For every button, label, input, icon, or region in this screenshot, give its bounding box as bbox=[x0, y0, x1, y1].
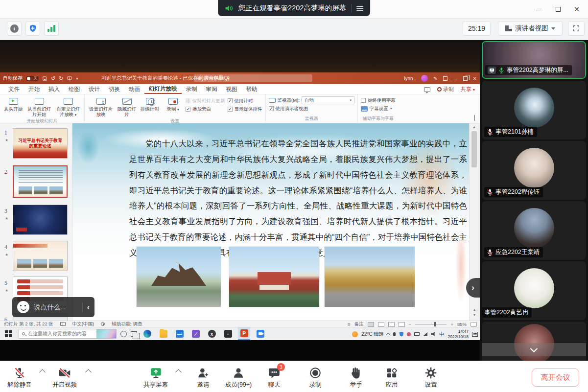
chat-input-placeholder[interactable]: 说点什么... bbox=[34, 303, 78, 312]
taskbar-app-purple[interactable]: ∕ bbox=[189, 327, 202, 340]
raise-hand-button[interactable]: 举手 bbox=[336, 366, 376, 389]
qat-more-icon[interactable]: ▾ bbox=[76, 76, 78, 81]
menu-animations[interactable]: 动画 bbox=[124, 85, 144, 94]
menu-design[interactable]: 设计 bbox=[84, 85, 104, 94]
close-button[interactable]: ✕ bbox=[570, 3, 583, 16]
action-center-icon[interactable] bbox=[472, 332, 478, 337]
autosave-toggle[interactable]: 关 bbox=[26, 76, 39, 81]
scrollbar-thumb[interactable] bbox=[471, 131, 477, 167]
menu-draw[interactable]: 绘图 bbox=[64, 85, 84, 94]
slideshow-view-button[interactable] bbox=[399, 322, 405, 327]
apps-button[interactable]: 应用 bbox=[372, 366, 411, 389]
from-current-slide-button[interactable]: 从当前幻灯片开始 bbox=[26, 96, 52, 117]
menu-view[interactable]: 视图 bbox=[222, 85, 242, 94]
banner-menu-icon[interactable] bbox=[356, 5, 363, 12]
tray-shield-icon[interactable] bbox=[399, 332, 403, 337]
members-button[interactable]: 成员(99+) bbox=[219, 366, 258, 389]
menu-transitions[interactable]: 切换 bbox=[104, 85, 124, 94]
presenter-view-checkbox[interactable]: 使用演示者视图 bbox=[269, 106, 354, 112]
menu-home[interactable]: 开始 bbox=[24, 85, 44, 94]
ppt-share-button[interactable]: 共享 ▾ bbox=[461, 86, 475, 93]
taskbar-search[interactable]: 在这里输入你要搜索的内容 bbox=[19, 329, 117, 339]
invite-button[interactable]: 邀请 bbox=[184, 366, 223, 389]
setup-slideshow-button[interactable]: 设置幻灯片放映 bbox=[88, 96, 114, 117]
ppt-close-icon[interactable]: ✕ bbox=[473, 76, 477, 81]
menu-record[interactable]: 录制 bbox=[182, 85, 202, 94]
always-use-subtitles-checkbox[interactable]: 始终使用字幕 bbox=[361, 97, 396, 103]
scroll-down-button[interactable] bbox=[482, 343, 586, 356]
unmute-button[interactable]: 解除静音 bbox=[0, 366, 39, 389]
participant-tile[interactable]: 应急2202王棠靖 bbox=[482, 201, 586, 260]
chat-button[interactable]: 3 聊天 bbox=[255, 366, 294, 389]
collapse-chat-icon[interactable]: ‹ bbox=[87, 303, 90, 312]
record-slideshow-button[interactable]: 录制 ▾ bbox=[163, 96, 183, 112]
weather-label[interactable]: 22°C 晴朗 bbox=[361, 331, 383, 338]
zoom-in-button[interactable]: + bbox=[450, 322, 453, 327]
participant-tile[interactable]: 事管2202黄艺冉 bbox=[482, 261, 586, 320]
zoom-slider[interactable] bbox=[415, 324, 447, 325]
zoom-out-button[interactable]: − bbox=[409, 322, 412, 327]
network-quality-button[interactable] bbox=[44, 21, 59, 36]
ppt-minimize-icon[interactable]: — bbox=[453, 76, 458, 81]
task-view-button[interactable] bbox=[131, 331, 137, 337]
participant-tile[interactable]: 事管2202高梦琳的屏... bbox=[482, 41, 586, 79]
video-options-expander[interactable] bbox=[85, 369, 92, 375]
pen-icon[interactable]: ✎ bbox=[433, 76, 437, 81]
emoji-icon[interactable] bbox=[17, 301, 29, 313]
leave-meeting-button[interactable]: 离开会议 bbox=[532, 369, 579, 387]
tray-mic-icon[interactable] bbox=[393, 332, 396, 336]
fullscreen-button[interactable] bbox=[568, 21, 585, 36]
tray-network-icon[interactable] bbox=[423, 332, 427, 336]
menu-insert[interactable]: 插入 bbox=[44, 85, 64, 94]
ppt-record-button[interactable]: 录制 bbox=[437, 86, 454, 93]
slide-thumbnail-4[interactable] bbox=[13, 241, 68, 271]
tray-app-icon[interactable] bbox=[407, 332, 411, 336]
start-video-button[interactable]: 开启视频 bbox=[45, 366, 84, 389]
slide-thumbnail-2-selected[interactable] bbox=[13, 165, 68, 198]
menu-review[interactable]: 审阅 bbox=[202, 85, 222, 94]
rehearse-timings-button[interactable]: 排练计时 bbox=[140, 96, 160, 112]
redo-icon[interactable]: ↻ bbox=[59, 75, 63, 82]
ppt-search-box[interactable]: 搜索(Alt+Q) bbox=[194, 74, 312, 82]
account-avatar[interactable] bbox=[421, 75, 428, 82]
ppt-restore-icon[interactable] bbox=[463, 76, 468, 81]
collapse-ribbon-button[interactable] bbox=[474, 115, 475, 121]
zoom-level[interactable]: 85% bbox=[457, 322, 467, 327]
custom-slideshow-button[interactable]: 自定义幻灯片放映 ▾ bbox=[55, 96, 81, 117]
tray-expand-icon[interactable] bbox=[386, 333, 390, 337]
mic-options-expander[interactable] bbox=[39, 369, 46, 375]
share-screen-button[interactable]: 共享屏幕 bbox=[136, 366, 175, 389]
participant-tile[interactable]: 事管2101孙楠 bbox=[482, 81, 586, 139]
taskbar-app-meeting[interactable] bbox=[254, 327, 266, 340]
tray-keyboard-icon[interactable] bbox=[414, 332, 420, 336]
settings-button[interactable]: 设置 bbox=[411, 366, 450, 389]
language-label[interactable]: 中文(中国) bbox=[72, 321, 94, 327]
account-name[interactable]: lynn . bbox=[404, 76, 416, 81]
ribbon-display-icon[interactable] bbox=[443, 76, 447, 81]
menu-file[interactable]: 文件 bbox=[4, 85, 24, 94]
reading-view-button[interactable] bbox=[388, 322, 395, 327]
show-media-controls-checkbox[interactable]: 显示媒体控件 bbox=[228, 106, 262, 112]
slide-thumbnail-1[interactable]: 习近平总书记关于教育的重要论述 bbox=[13, 128, 68, 159]
share-options-expander[interactable] bbox=[175, 369, 182, 375]
start-button[interactable] bbox=[5, 330, 12, 337]
chat-quick-input[interactable]: 说点什么... ‹ bbox=[12, 297, 94, 317]
minimize-button[interactable]: — bbox=[533, 3, 546, 16]
menu-slideshow[interactable]: 幻灯片放映 bbox=[144, 84, 182, 94]
tray-volume-icon[interactable] bbox=[431, 332, 436, 336]
comments-icon[interactable] bbox=[424, 87, 430, 92]
ime-indicator[interactable]: 中 bbox=[439, 331, 444, 338]
taskbar-app-explorer[interactable] bbox=[157, 327, 169, 340]
maximize-button[interactable] bbox=[552, 3, 564, 16]
view-mode-button[interactable]: 演讲者视图 bbox=[498, 21, 563, 36]
hide-slide-button[interactable]: 隐藏幻灯片 bbox=[117, 96, 137, 117]
record-button[interactable]: 录制 bbox=[296, 366, 335, 389]
taskbar-clock[interactable]: 14:472022/10/18 bbox=[447, 329, 469, 339]
subtitle-settings-button[interactable]: 字幕设置▾ bbox=[361, 106, 396, 112]
taskbar-app-edge[interactable] bbox=[141, 327, 153, 340]
use-timings-checkbox[interactable]: 使用计时 bbox=[228, 98, 262, 104]
security-button[interactable] bbox=[25, 21, 40, 36]
undo-icon[interactable]: ↺ bbox=[51, 75, 55, 82]
taskbar-app-xbox[interactable]: x bbox=[206, 327, 218, 340]
accessibility-label[interactable]: 辅助功能: 调查 bbox=[112, 321, 142, 327]
